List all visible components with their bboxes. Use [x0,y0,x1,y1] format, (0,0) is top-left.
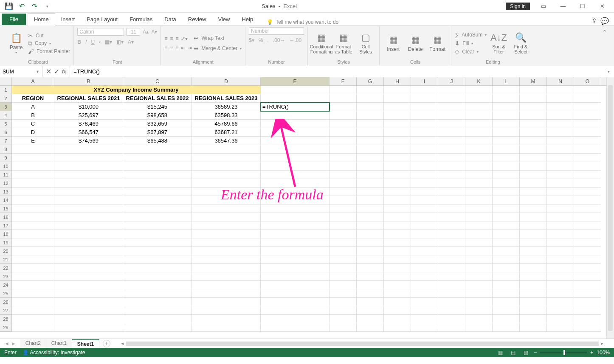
cell-O15[interactable] [574,204,601,213]
cell-A13[interactable] [12,188,54,196]
cell-O27[interactable] [574,306,601,315]
align-bottom-icon[interactable]: ≡ [175,36,178,42]
align-left-icon[interactable]: ≡ [164,45,167,51]
cell-K15[interactable] [465,204,493,213]
cell-L8[interactable] [493,145,520,154]
cell-F24[interactable] [330,281,357,289]
cell-D7[interactable]: 36547.36 [192,137,261,145]
name-box[interactable]: SUM▼ [0,66,42,77]
chevron-down-icon[interactable]: ▼ [36,70,39,74]
cell-F1[interactable] [330,86,357,94]
cell-I24[interactable] [411,281,438,289]
cell-B27[interactable] [54,306,123,315]
cell-C21[interactable] [123,255,192,264]
cell-M24[interactable] [520,281,547,289]
cell-F10[interactable] [330,162,357,171]
cell-G27[interactable] [357,306,384,315]
cell-C23[interactable] [123,272,192,281]
cell-D28[interactable] [192,315,261,323]
row-header-9[interactable]: 9 [0,154,12,162]
cell-L16[interactable] [493,213,520,221]
cell-E17[interactable] [261,221,330,230]
cell-F21[interactable] [330,255,357,264]
cell-H13[interactable] [384,188,411,196]
column-header-I[interactable]: I [411,77,438,85]
qat-customize-icon[interactable]: ▾ [42,1,53,12]
increase-indent-icon[interactable]: ⇥ [188,45,192,51]
cell-O9[interactable] [574,154,601,162]
cell-F29[interactable] [330,323,357,332]
column-header-A[interactable]: A [12,77,54,85]
cell-A5[interactable]: C [12,120,54,128]
cell-C12[interactable] [123,179,192,188]
row-header-18[interactable]: 18 [0,230,12,238]
cell-F9[interactable] [330,154,357,162]
merged-title-cell[interactable]: XYZ Company Income Summary [12,86,261,94]
cell-H19[interactable] [384,238,411,247]
cell-L21[interactable] [493,255,520,264]
cell-D9[interactable] [192,154,261,162]
cell-M13[interactable] [520,188,547,196]
copy-button[interactable]: ⧉Copy ▾ [28,40,70,47]
cell-M8[interactable] [520,145,547,154]
tab-formulas[interactable]: Formulas [124,14,158,25]
clear-button[interactable]: ◇Clear ▾ [455,48,487,55]
cell-H15[interactable] [384,204,411,213]
cell-F20[interactable] [330,247,357,255]
cell-J19[interactable] [438,238,465,247]
cell-J28[interactable] [438,315,465,323]
cell-B23[interactable] [54,272,123,281]
cell-D10[interactable] [192,162,261,171]
cell-G6[interactable] [357,128,384,137]
cell-G18[interactable] [357,230,384,238]
cell-N1[interactable] [547,86,574,94]
cell-A18[interactable] [12,230,54,238]
cell-N15[interactable] [547,204,574,213]
cell-M16[interactable] [520,213,547,221]
cell-N14[interactable] [547,196,574,204]
cell-O1[interactable] [574,86,601,94]
cell-I22[interactable] [411,264,438,272]
cell-E15[interactable] [261,204,330,213]
cell-F12[interactable] [330,179,357,188]
row-header-7[interactable]: 7 [0,137,12,145]
cell-J23[interactable] [438,272,465,281]
font-name-input[interactable]: Calibri [77,28,124,36]
cell-N3[interactable] [547,103,574,111]
cell-O13[interactable] [574,188,601,196]
cell-E20[interactable] [261,247,330,255]
cell-I7[interactable] [411,137,438,145]
cell-I20[interactable] [411,247,438,255]
cell-J29[interactable] [438,323,465,332]
row-header-5[interactable]: 5 [0,120,12,128]
cell-I9[interactable] [411,154,438,162]
cell-H14[interactable] [384,196,411,204]
cell-O16[interactable] [574,213,601,221]
column-header-H[interactable]: H [384,77,411,85]
cell-K27[interactable] [465,306,493,315]
format-painter-button[interactable]: 🖌Format Painter [28,48,70,55]
cell-L13[interactable] [493,188,520,196]
cell-D21[interactable] [192,255,261,264]
cell-F16[interactable] [330,213,357,221]
cell-M6[interactable] [520,128,547,137]
cell-J24[interactable] [438,281,465,289]
cell-D2[interactable]: REGIONAL SALES 2023 [192,94,261,103]
zoom-level[interactable]: 100% [597,350,610,356]
cell-C28[interactable] [123,315,192,323]
cell-L7[interactable] [493,137,520,145]
cell-D25[interactable] [192,289,261,298]
tab-data[interactable]: Data [158,14,182,25]
cell-B6[interactable]: $66,547 [54,128,123,137]
cell-F2[interactable] [330,94,357,103]
cell-M12[interactable] [520,179,547,188]
italic-button[interactable]: I [85,39,87,45]
cell-M23[interactable] [520,272,547,281]
cell-M19[interactable] [520,238,547,247]
cell-M26[interactable] [520,298,547,306]
cell-H20[interactable] [384,247,411,255]
cell-O23[interactable] [574,272,601,281]
cell-F4[interactable] [330,111,357,120]
cell-O2[interactable] [574,94,601,103]
row-header-1[interactable]: 1 [0,86,12,94]
